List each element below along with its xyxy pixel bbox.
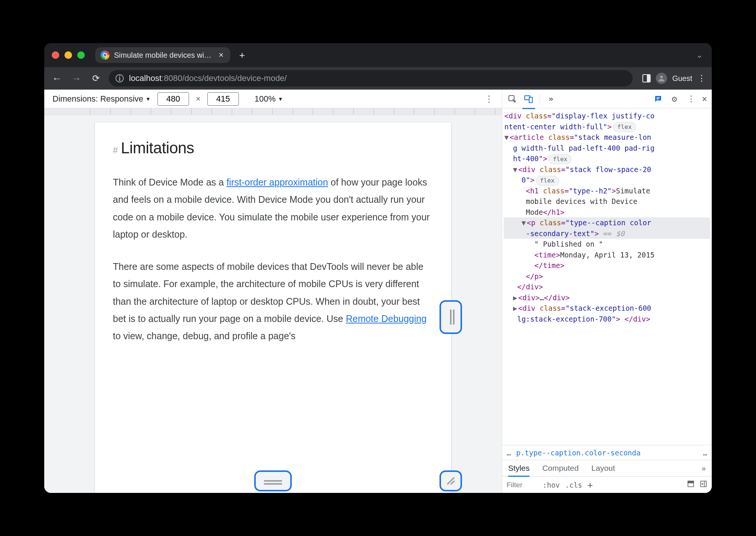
tab-close-button[interactable]: × xyxy=(217,50,225,60)
device-toolbar: Dimensions: Responsive ▼ × 100% ▼ ⋮ xyxy=(44,90,502,108)
reload-button[interactable]: ⟳ xyxy=(89,73,103,84)
styles-filter-input[interactable] xyxy=(507,481,537,489)
device-toggle-icon[interactable] xyxy=(523,93,534,105)
zoom-dropdown[interactable]: 100% ▼ xyxy=(255,94,283,104)
styles-filter-row: :hov .cls + xyxy=(502,476,712,493)
titlebar: Simulate mobile devices with D × + ⌄ xyxy=(44,43,712,67)
settings-gear-icon[interactable]: ⚙ xyxy=(669,93,680,105)
address-bar[interactable]: i localhost:8080/docs/devtools/device-mo… xyxy=(109,70,633,87)
breadcrumb-prev[interactable]: … xyxy=(507,449,511,457)
devtools-close-button[interactable]: × xyxy=(702,94,707,104)
styles-tabs: Styles Computed Layout » xyxy=(502,460,712,476)
page-paragraph-2: There are some aspects of mobile devices… xyxy=(113,258,433,344)
breadcrumb-current[interactable]: p.type--caption.color-seconda xyxy=(516,449,698,457)
new-style-rule[interactable]: + xyxy=(588,480,593,490)
horizontal-ruler[interactable] xyxy=(44,108,502,115)
device-options-button[interactable]: ⋮ xyxy=(484,94,494,104)
svg-rect-7 xyxy=(657,99,658,99)
site-info-icon[interactable]: i xyxy=(116,74,124,82)
breadcrumb-bar[interactable]: … p.type--caption.color-seconda … xyxy=(502,445,712,460)
height-input[interactable] xyxy=(207,92,239,106)
svg-rect-6 xyxy=(657,97,660,98)
devtools-menu-icon[interactable]: ⋮ xyxy=(686,93,697,105)
device-mode-panel: Dimensions: Responsive ▼ × 100% ▼ ⋮ # xyxy=(44,90,502,493)
svg-line-1 xyxy=(447,478,454,485)
hov-toggle[interactable]: :hov xyxy=(543,481,560,489)
browser-toolbar: ← → ⟳ i localhost:8080/docs/devtools/dev… xyxy=(44,67,712,90)
url-text: localhost:8080/docs/devtools/device-mode… xyxy=(129,73,287,83)
toggle-sidebar-icon[interactable] xyxy=(700,480,707,490)
first-order-link[interactable]: first-order approximation xyxy=(226,177,328,187)
simulated-viewport[interactable]: # Limitations Think of Device Mode as a … xyxy=(95,123,451,493)
back-button[interactable]: ← xyxy=(50,73,64,84)
page-paragraph-1: Think of Device Mode as a first-order ap… xyxy=(113,174,433,243)
tab-styles[interactable]: Styles xyxy=(508,461,530,476)
window-minimize-button[interactable] xyxy=(64,51,72,59)
heading-anchor-icon[interactable]: # xyxy=(113,145,118,156)
devtools-panel: » ⚙ ⋮ × <div class="display-flex justify… xyxy=(502,90,712,493)
chrome-favicon-icon xyxy=(100,51,110,60)
svg-line-2 xyxy=(451,481,454,484)
window-maximize-button[interactable] xyxy=(77,51,85,59)
profile-label: Guest xyxy=(672,74,692,83)
styles-tabs-overflow[interactable]: » xyxy=(702,464,706,473)
browser-menu-button[interactable]: ⋮ xyxy=(698,73,706,83)
forward-button[interactable]: → xyxy=(70,73,83,84)
cls-toggle[interactable]: .cls xyxy=(565,481,582,489)
tab-computed[interactable]: Computed xyxy=(542,461,579,476)
device-viewport-wrap: # Limitations Think of Device Mode as a … xyxy=(44,115,502,493)
computed-sidebar-icon[interactable] xyxy=(687,480,694,490)
remote-debugging-link[interactable]: Remote Debugging xyxy=(346,313,426,324)
toolbar-right-controls: Guest ⋮ xyxy=(642,73,706,84)
svg-point-0 xyxy=(660,76,663,78)
breadcrumb-next[interactable]: … xyxy=(703,449,707,457)
side-panel-icon[interactable] xyxy=(642,74,651,82)
new-tab-button[interactable]: + xyxy=(239,49,245,61)
console-issues-icon[interactable] xyxy=(652,93,664,105)
window-close-button[interactable] xyxy=(52,51,59,59)
devtools-tabs-overflow[interactable]: » xyxy=(545,93,556,105)
svg-rect-9 xyxy=(688,481,694,483)
profile-avatar-icon[interactable] xyxy=(656,73,667,84)
browser-window: Simulate mobile devices with D × + ⌄ ← →… xyxy=(44,43,712,493)
browser-tab[interactable]: Simulate mobile devices with D × xyxy=(95,47,230,63)
elements-tree[interactable]: <div class="display-flex justify-co nten… xyxy=(502,108,712,445)
width-input[interactable] xyxy=(158,92,189,106)
resize-handle-bottom[interactable] xyxy=(254,470,292,491)
resize-handle-corner[interactable] xyxy=(440,470,462,491)
devtools-toolbar: » ⚙ ⋮ × xyxy=(502,90,712,108)
tab-title: Simulate mobile devices with D xyxy=(114,51,213,60)
tab-search-button[interactable]: ⌄ xyxy=(696,50,703,60)
traffic-lights xyxy=(52,51,85,59)
svg-rect-5 xyxy=(529,97,532,102)
content-area: Dimensions: Responsive ▼ × 100% ▼ ⋮ # xyxy=(44,90,712,493)
page-heading: Limitations xyxy=(121,139,194,157)
dim-x-label: × xyxy=(196,94,201,104)
resize-handle-right[interactable] xyxy=(440,300,462,334)
dimensions-dropdown[interactable]: Dimensions: Responsive ▼ xyxy=(52,94,151,104)
tab-layout[interactable]: Layout xyxy=(591,461,615,476)
inspect-element-icon[interactable] xyxy=(507,93,518,105)
